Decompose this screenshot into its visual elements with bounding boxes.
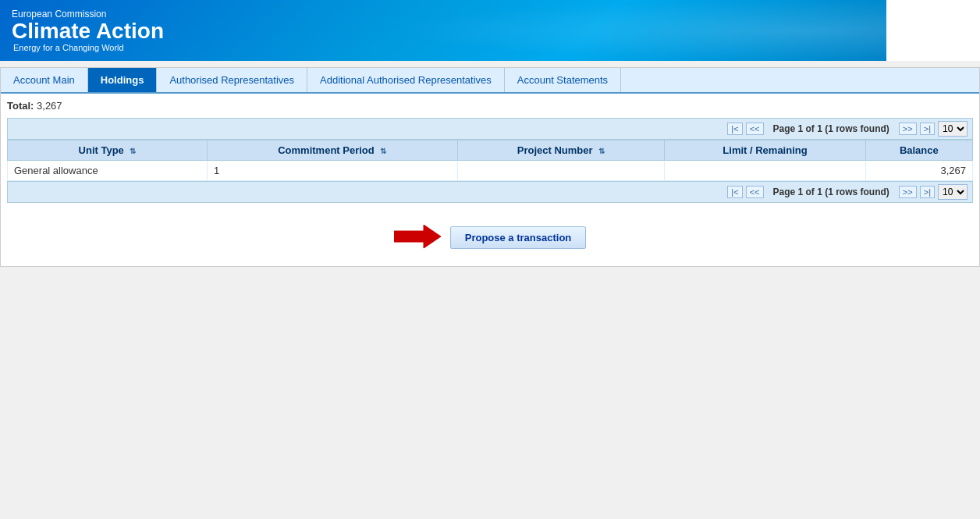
table-row: General allowance 1 3,267 xyxy=(8,161,973,181)
pagination-bar-top: |< << Page 1 of 1 (1 rows found) >> >| 1… xyxy=(7,118,973,140)
tab-account-statements[interactable]: Account Statements xyxy=(505,68,621,92)
cell-unit-type: General allowance xyxy=(8,161,208,181)
header: European Commission Climate Action Energ… xyxy=(0,0,980,61)
tab-bar: Account Main Holdings Authorised Represe… xyxy=(1,68,979,94)
col-balance: Balance xyxy=(865,140,972,161)
ec-label: European Commission xyxy=(12,9,164,20)
per-page-select-top[interactable]: 10 25 50 xyxy=(938,121,968,137)
tab-additional-auth-reps[interactable]: Additional Authorised Representatives xyxy=(307,68,505,92)
propose-transaction-button[interactable]: Propose a transaction xyxy=(450,226,587,249)
next-page-btn-top[interactable]: >> xyxy=(899,123,917,135)
sort-icon-project-number: ⇅ xyxy=(598,147,605,155)
header-branding: European Commission Climate Action Energ… xyxy=(12,9,164,53)
page-info-top: Page 1 of 1 (1 rows found) xyxy=(773,123,889,134)
header-right-panel xyxy=(886,0,980,61)
arrow-icon xyxy=(394,225,441,251)
cell-project-number xyxy=(457,161,665,181)
last-page-btn-bottom[interactable]: >| xyxy=(920,186,935,198)
button-area: Propose a transaction xyxy=(1,209,979,266)
col-unit-type[interactable]: Unit Type ⇅ xyxy=(8,140,208,161)
tab-holdings[interactable]: Holdings xyxy=(88,68,158,92)
col-limit-remaining: Limit / Remaining xyxy=(665,140,865,161)
sort-icon-commitment-period: ⇅ xyxy=(380,147,386,155)
total-row: Total: 3,267 xyxy=(7,100,973,112)
tab-authorised-reps[interactable]: Authorised Representatives xyxy=(157,68,307,92)
pagination-bar-bottom: |< << Page 1 of 1 (1 rows found) >> >| 1… xyxy=(7,181,973,203)
table-header-row: Unit Type ⇅ Commitment Period ⇅ Project … xyxy=(8,140,973,161)
cell-limit-remaining xyxy=(665,161,865,181)
energy-label: Energy for a Changing World xyxy=(13,43,164,52)
tab-account-main[interactable]: Account Main xyxy=(1,68,88,92)
prev-page-btn-bottom[interactable]: << xyxy=(746,186,764,198)
per-page-select-bottom[interactable]: 10 25 50 xyxy=(938,184,968,200)
cell-balance: 3,267 xyxy=(865,161,972,181)
holdings-table-area: Total: 3,267 |< << Page 1 of 1 (1 rows f… xyxy=(1,94,979,209)
col-commitment-period[interactable]: Commitment Period ⇅ xyxy=(208,140,458,161)
page-info-bottom: Page 1 of 1 (1 rows found) xyxy=(773,187,889,197)
holdings-table: Unit Type ⇅ Commitment Period ⇅ Project … xyxy=(7,140,973,181)
first-page-btn-bottom[interactable]: |< xyxy=(727,186,742,198)
first-page-btn-top[interactable]: |< xyxy=(727,123,742,135)
last-page-btn-top[interactable]: >| xyxy=(920,123,935,135)
total-value: 3,267 xyxy=(37,100,62,112)
total-label: Total: xyxy=(7,100,34,112)
cell-commitment-period: 1 xyxy=(208,161,458,181)
col-project-number[interactable]: Project Number ⇅ xyxy=(457,140,665,161)
svg-marker-0 xyxy=(394,225,441,248)
prev-page-btn-top[interactable]: << xyxy=(746,123,764,135)
main-content: Account Main Holdings Authorised Represe… xyxy=(0,67,980,267)
sort-icon-unit-type: ⇅ xyxy=(130,147,136,155)
climate-action-label: Climate Action xyxy=(12,20,164,44)
next-page-btn-bottom[interactable]: >> xyxy=(899,186,917,198)
